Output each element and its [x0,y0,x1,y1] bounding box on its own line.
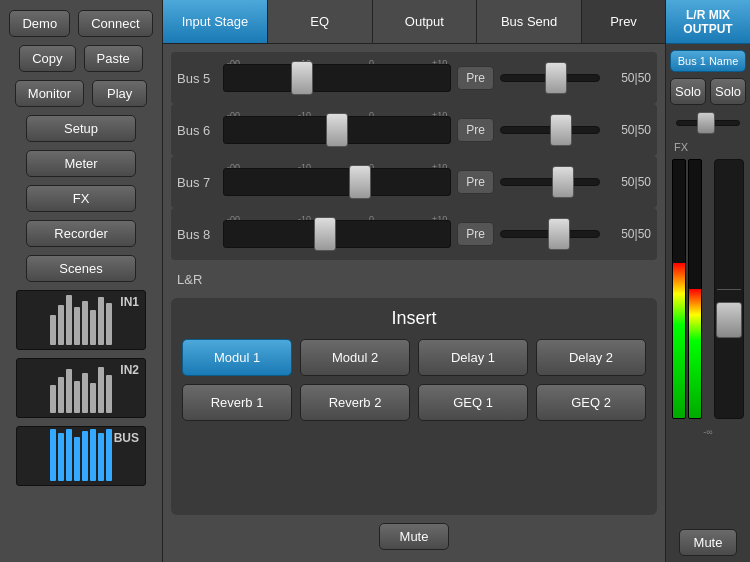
vu-bar [98,297,104,345]
vu-bar [74,307,80,345]
solo2-button[interactable]: Solo [710,78,746,105]
bus-vu-meter: BUS [16,426,146,486]
bus-7-fader-knob[interactable] [349,165,371,199]
insert-geq1-button[interactable]: GEQ 1 [418,384,528,421]
fader-notch [717,289,741,290]
vu-bar [98,433,104,481]
bus-5-fader-knob[interactable] [291,61,313,95]
main-mute-button[interactable]: Mute [379,523,450,550]
connect-button[interactable]: Connect [78,10,152,37]
bus-label: BUS [114,431,139,445]
tab-bus-send[interactable]: Bus Send [477,0,582,43]
in1-label: IN1 [120,295,139,309]
insert-reverb2-button[interactable]: Reverb 2 [300,384,410,421]
right-mute-button[interactable]: Mute [679,529,738,556]
bus-7-value: 50|50 [606,175,651,189]
bus-name-button[interactable]: Bus 1 Name [670,50,746,72]
right-panel: L/R MIX OUTPUT Bus 1 Name Solo Solo FX [665,0,750,562]
paste-button[interactable]: Paste [84,45,143,72]
vu-bar [90,310,96,345]
monitor-button[interactable]: Monitor [15,80,84,107]
sidebar-meter-row: Meter [8,150,154,177]
tab-eq[interactable]: EQ [268,0,373,43]
vu-bar [66,369,72,413]
insert-modul2-button[interactable]: Modul 2 [300,339,410,376]
vu-bar [74,437,80,481]
right-mute-row: Mute [666,529,750,556]
lr-mix-output-header: L/R MIX OUTPUT [666,0,750,44]
vu-bar [98,367,104,413]
bus-8-pre-button[interactable]: Pre [457,222,494,246]
tab-output[interactable]: Output [373,0,478,43]
vu-bar [106,429,112,481]
bus-8-pan-knob[interactable] [548,218,570,250]
vu-bar [58,377,64,413]
top-navigation: Input Stage EQ Output Bus Send Prev Next [163,0,750,44]
bus-strip-8: Bus 8 -00 -10 0 +10 Pre 50|50 [171,208,657,260]
fx-label: FX [670,141,688,153]
in1-row: IN1 [8,290,154,350]
scenes-button[interactable]: Scenes [26,255,136,282]
bus-8-fader-area: -00 -10 0 +10 [223,214,451,254]
demo-button[interactable]: Demo [9,10,70,37]
right-meter-fader-area [670,159,746,419]
vu-bar [66,429,72,481]
bus-6-fader-area: -00 -10 0 +10 [223,110,451,150]
bus-strip-6: Bus 6 -00 -10 0 +10 Pre 50|50 [171,104,657,156]
insert-title: Insert [181,308,647,329]
vu-bar [82,301,88,345]
right-vu-meters [672,159,710,419]
vu-bar [82,431,88,481]
bus-strips-container: Bus 5 -00 -10 0 +10 Pre 50|50 Bus 6 [171,52,657,260]
bus-8-fader-bg [223,220,451,248]
insert-delay2-button[interactable]: Delay 2 [536,339,646,376]
sidebar-copy-row: Copy Paste [8,45,154,72]
bus-6-fader-knob[interactable] [326,113,348,147]
bus-8-fader-knob[interactable] [314,217,336,251]
meter-fill-l [673,263,685,418]
vu-bar [58,433,64,481]
meter-fill-r [689,289,701,418]
bus-5-label: Bus 5 [177,71,217,86]
insert-geq2-button[interactable]: GEQ 2 [536,384,646,421]
lr-pan-knob[interactable] [697,112,715,134]
bus-6-pan-knob[interactable] [550,114,572,146]
insert-reverb1-button[interactable]: Reverb 1 [182,384,292,421]
meter-button[interactable]: Meter [26,150,136,177]
vu-bar [50,315,56,345]
bus-8-value: 50|50 [606,227,651,241]
bus-7-fader-bg [223,168,451,196]
bus-5-fader-bg [223,64,451,92]
right-fader-knob[interactable] [716,302,742,338]
right-main-fader[interactable] [714,159,744,419]
tab-prev[interactable]: Prev [582,0,666,43]
bus-7-pre-button[interactable]: Pre [457,170,494,194]
tab-input-stage[interactable]: Input Stage [163,0,268,43]
bus-7-pan-area [500,164,600,200]
recorder-button[interactable]: Recorder [26,220,136,247]
fx-button[interactable]: FX [26,185,136,212]
sidebar-fx-row: FX [8,185,154,212]
bus-5-pre-button[interactable]: Pre [457,66,494,90]
bus-8-label: Bus 8 [177,227,217,242]
bus-6-pan-area [500,112,600,148]
in2-label: IN2 [120,363,139,377]
vu-bar [82,373,88,413]
copy-button[interactable]: Copy [19,45,75,72]
sidebar-monitor-row: Monitor Play [8,80,154,107]
vu-bar [106,303,112,345]
insert-row-2: Reverb 1 Reverb 2 GEQ 1 GEQ 2 [181,384,647,421]
lr-row: L&R [171,264,657,294]
sidebar-top-row: Demo Connect [8,10,154,37]
bus-5-fader-area: -00 -10 0 +10 [223,58,451,98]
vu-bar [74,381,80,413]
solo-button[interactable]: Solo [670,78,706,105]
setup-button[interactable]: Setup [26,115,136,142]
insert-delay1-button[interactable]: Delay 1 [418,339,528,376]
bus-6-pre-button[interactable]: Pre [457,118,494,142]
in1-vu-meter: IN1 [16,290,146,350]
play-button[interactable]: Play [92,80,147,107]
bus-5-pan-knob[interactable] [545,62,567,94]
insert-modul1-button[interactable]: Modul 1 [182,339,292,376]
bus-7-pan-knob[interactable] [552,166,574,198]
